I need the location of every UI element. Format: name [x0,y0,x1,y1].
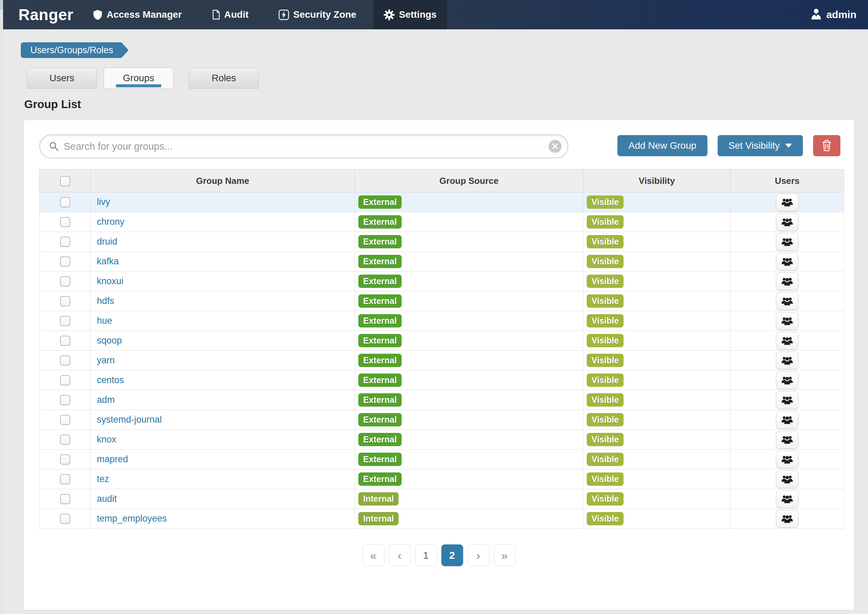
pagination-prev[interactable]: ‹ [389,544,411,566]
group-name-link[interactable]: mapred [97,454,128,464]
table-row: temp_employees Internal Visible [40,509,844,529]
group-users-button[interactable] [776,332,798,350]
group-name-link[interactable]: hue [97,316,112,326]
group-users-button[interactable] [776,272,798,290]
row-checkbox[interactable] [60,256,70,267]
users-group-icon [781,455,793,464]
row-checkbox[interactable] [60,474,70,484]
document-icon [212,9,220,20]
group-name-link[interactable]: chrony [97,217,124,227]
search-clear-icon[interactable]: ✕ [549,140,561,153]
group-users-button[interactable] [776,490,798,508]
row-checkbox[interactable] [60,514,70,524]
visibility-badge: Visible [587,512,623,525]
users-group-icon [781,435,793,444]
table-row: kafka External Visible [40,252,844,272]
group-users-button[interactable] [776,372,798,389]
users-group-icon [781,415,793,424]
table-row: druid External Visible [40,232,844,252]
add-new-group-button[interactable]: Add New Group [617,135,707,156]
ranger-logo[interactable]: Ranger [19,5,73,24]
group-users-button[interactable] [776,451,798,468]
group-users-button[interactable] [776,391,798,409]
pagination-last[interactable]: » [494,544,516,566]
group-users-button[interactable] [776,193,798,211]
users-group-icon [781,237,793,246]
search-input[interactable] [59,140,568,152]
delete-button[interactable] [813,135,840,156]
users-group-icon [781,356,793,365]
row-checkbox[interactable] [60,494,70,504]
group-users-button[interactable] [776,233,798,251]
breadcrumb[interactable]: Users/Groups/Roles [21,42,121,58]
row-checkbox[interactable] [60,197,70,207]
group-users-button[interactable] [776,292,798,310]
group-name-link[interactable]: hdfs [97,296,114,306]
row-checkbox[interactable] [60,356,70,366]
group-users-button[interactable] [776,510,798,528]
row-checkbox[interactable] [60,296,70,306]
user-menu[interactable]: admin [810,8,856,22]
group-name-link[interactable]: centos [97,375,124,385]
group-users-button[interactable] [776,352,798,370]
group-name-link[interactable]: druid [97,236,117,247]
group-users-button[interactable] [776,431,798,449]
group-users-button[interactable] [776,253,798,270]
row-checkbox[interactable] [60,276,70,286]
nav-item-access-manager[interactable]: Access Manager [83,0,192,30]
group-name-link[interactable]: knoxui [97,276,123,286]
group-name-link[interactable]: systemd-journal [97,415,162,425]
pagination-first[interactable]: « [363,544,384,566]
visibility-badge: Visible [587,235,623,248]
table-row: adm External Visible [40,390,844,410]
set-visibility-button[interactable]: Set Visibility [718,135,803,156]
nav-item-security-zone[interactable]: Security Zone [268,0,366,30]
column-header-group-name: Group Name [91,169,355,193]
page-title: Group List [24,98,868,111]
group-source-badge: External [358,235,401,248]
pagination-page-1[interactable]: 1 [415,544,437,566]
group-users-button[interactable] [776,411,798,429]
group-name-link[interactable]: sqoop [97,335,122,345]
group-users-button[interactable] [776,470,798,488]
pagination-next[interactable]: › [467,544,489,566]
group-name-link[interactable]: tez [97,474,109,484]
group-name-link[interactable]: yarn [97,355,115,365]
users-group-icon [781,257,793,266]
visibility-badge: Visible [587,413,623,426]
row-checkbox[interactable] [60,435,70,445]
group-name-link[interactable]: livy [97,197,110,207]
tab-roles[interactable]: Roles [189,68,259,89]
tab-groups[interactable]: Groups [104,68,174,89]
group-name-link[interactable]: knox [97,434,116,445]
group-source-badge: External [358,413,401,426]
group-source-badge: External [358,314,401,328]
pagination-page-2[interactable]: 2 [441,544,463,566]
group-source-badge: External [358,275,401,288]
group-source-badge: External [358,196,401,209]
row-checkbox[interactable] [60,237,70,247]
group-source-badge: External [358,393,401,407]
table-header-row: Group NameGroup SourceVisibilityUsers [40,169,844,193]
table-row: systemd-journal External Visible [40,410,844,430]
select-all-checkbox[interactable] [60,176,70,186]
group-name-link[interactable]: kafka [97,256,119,266]
row-checkbox[interactable] [60,375,70,385]
gear-icon [384,9,395,20]
group-name-link[interactable]: adm [97,395,115,405]
row-checkbox[interactable] [60,336,70,346]
group-users-button[interactable] [776,213,798,231]
nav-item-settings[interactable]: Settings [373,0,446,30]
row-checkbox[interactable] [60,316,70,326]
row-checkbox[interactable] [60,454,70,465]
row-checkbox[interactable] [60,415,70,425]
nav-item-audit[interactable]: Audit [202,0,259,30]
visibility-badge: Visible [587,492,623,505]
table-row: knoxui External Visible [40,272,844,291]
row-checkbox[interactable] [60,217,70,227]
group-name-link[interactable]: temp_employees [97,513,167,524]
group-users-button[interactable] [776,312,798,330]
tab-users[interactable]: Users [27,68,97,89]
row-checkbox[interactable] [60,395,70,405]
group-name-link[interactable]: audit [97,494,117,504]
